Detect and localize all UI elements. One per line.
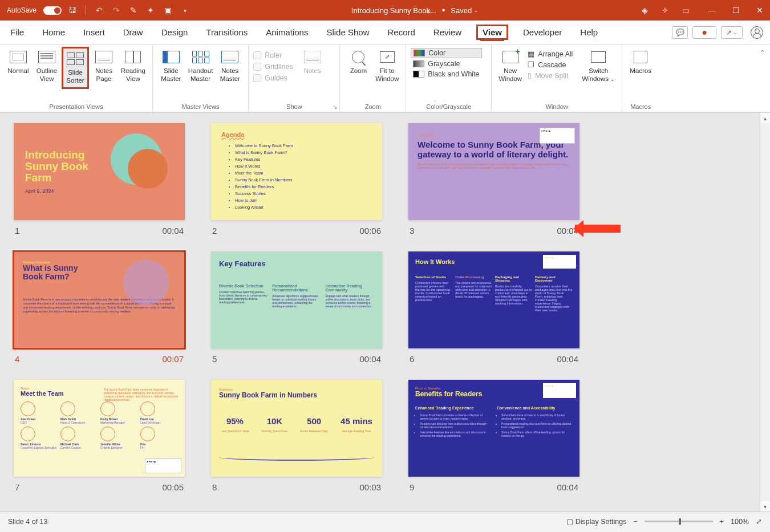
minimize-icon[interactable]: — [706, 5, 718, 16]
switch-windows-button[interactable]: Switch Windows ⌄ [579, 47, 617, 86]
tab-file[interactable]: File [7, 25, 27, 39]
save-status[interactable]: Saved ⌄ [451, 6, 479, 15]
color-button[interactable]: Color [411, 48, 481, 58]
undo-icon[interactable]: ↶ [93, 4, 106, 17]
notes-page-button[interactable]: Notes Page [90, 47, 117, 86]
gridlines-checkbox[interactable]: Gridlines [253, 62, 293, 72]
show-dialog-launcher-icon[interactable]: ↘ [333, 104, 337, 110]
tab-home[interactable]: Home [39, 25, 68, 39]
zoom-out-button[interactable]: − [633, 518, 637, 526]
guides-checkbox[interactable]: Guides [253, 73, 293, 83]
tab-record[interactable]: Record [384, 25, 418, 39]
tab-review[interactable]: Review [430, 25, 465, 39]
bw-button[interactable]: Black and White [411, 70, 481, 79]
slide-counter[interactable]: Slide 4 of 13 [8, 518, 48, 526]
present-icon[interactable]: ▣ [161, 4, 174, 17]
reading-icon [125, 51, 141, 63]
slide-thumbnail-5[interactable]: Key FeaturesDiverse Book SelectionCurate… [211, 251, 399, 364]
new-window-button[interactable]: New Window [496, 47, 524, 86]
save-icon[interactable]: 🖫 [66, 4, 79, 17]
slide-timing: 00:05 [162, 482, 184, 492]
slide-thumbnail-6[interactable]: ● Pro tipHow It WorksSelection of BooksC… [408, 251, 597, 364]
slide-thumbnail-7[interactable]: TeamMeet the TeamThe Sunny Book Farm tea… [14, 380, 202, 492]
maximize-icon[interactable]: ☐ [730, 5, 741, 16]
outline-view-button[interactable]: Outline View [33, 47, 60, 86]
scroll-up-icon[interactable]: ▴ [760, 113, 770, 123]
handout-master-button[interactable]: Handout Master [186, 47, 215, 86]
slide-number: 8 [212, 482, 217, 492]
fit-window-button[interactable]: ⤢ Fit to Window [373, 47, 401, 86]
camera-button[interactable]: ● [692, 26, 716, 39]
slide-number: 3 [410, 226, 414, 235]
slide-thumbnail-8[interactable]: StatisticsSunny Book Farm in Numbers95%U… [211, 380, 399, 492]
normal-view-button[interactable]: Normal [5, 47, 32, 78]
tab-help[interactable]: Help [577, 25, 601, 39]
collapse-ribbon-icon[interactable]: ⌃ [757, 48, 767, 57]
slide-sorter-pane[interactable]: Introducing Sunny BookFarmApril 9, 2024 … [0, 113, 770, 511]
slide-sorter-button[interactable]: Slide Sorter [62, 47, 89, 89]
share-button[interactable]: ↗⌄ [721, 26, 743, 39]
ribbon-tabs: File Home Insert Draw Design Transitions… [0, 21, 770, 44]
slide-number: 2 [212, 226, 217, 235]
slide-meta: 1 00:04 [14, 220, 185, 235]
notes-master-button[interactable]: Notes Master [216, 47, 244, 86]
tab-design[interactable]: Design [158, 25, 192, 39]
slide-master-button[interactable]: Slide Master [157, 47, 185, 86]
slide-thumbnail-4[interactable]: Product OverviewWhat is SunnyBook Farm?S… [14, 251, 202, 364]
tab-draw[interactable]: Draw [120, 25, 147, 39]
slide-thumb[interactable]: StatisticsSunny Book Farm in Numbers95%U… [211, 380, 382, 477]
reading-view-button[interactable]: Reading View [119, 47, 148, 86]
scroll-down-icon[interactable]: ▾ [760, 501, 770, 511]
slide-timing: 00:04 [359, 354, 381, 364]
slide-thumb[interactable]: ● Pro tipIntroductionWelcome to Sunny Bo… [408, 123, 579, 220]
quick-access-icon[interactable]: ✦ [144, 4, 157, 17]
slide-thumb[interactable]: ● Pro tipHow It WorksSelection of BooksC… [408, 251, 579, 348]
tab-transitions[interactable]: Transitions [202, 25, 251, 39]
tab-developer[interactable]: Developer [520, 25, 565, 39]
touch-mode-icon[interactable]: ✎ [127, 4, 140, 17]
tab-view[interactable]: View [476, 25, 508, 40]
tab-insert[interactable]: Insert [80, 25, 108, 39]
arrange-all-button[interactable]: ▦Arrange All [525, 49, 575, 59]
account-icon[interactable] [751, 26, 763, 39]
comments-button[interactable]: 💬 [672, 26, 688, 39]
slide-thumb[interactable]: Product OverviewWhat is SunnyBook Farm?S… [14, 251, 185, 348]
slide-thumbnail-9[interactable]: ● Pro tipProduct BenefitsBenefits for Re… [408, 380, 597, 492]
slide-number: 6 [410, 354, 414, 364]
slide-thumbnail-2[interactable]: AgendaWelcome to Sunny Book FarmWhat is … [211, 123, 399, 235]
zoom-slider[interactable] [645, 521, 713, 522]
grayscale-button[interactable]: Grayscale [411, 59, 481, 68]
group-macros: Macros Macros [622, 44, 659, 112]
display-icon: ▢ [566, 517, 573, 526]
search-icon[interactable]: ⌕ [422, 4, 435, 17]
group-presentation-views: Normal Outline View Slide Sorter Notes P… [0, 44, 153, 112]
diamond-icon[interactable]: ◈ [639, 5, 650, 16]
macros-button[interactable]: Macros [627, 47, 654, 78]
slide-thumb[interactable]: AgendaWelcome to Sunny Book FarmWhat is … [211, 123, 382, 220]
customize-qat-icon[interactable]: ▾ [179, 4, 191, 17]
designer-icon[interactable]: ✧ [659, 5, 671, 16]
zoom-button[interactable]: Zoom [345, 47, 372, 78]
slide-thumbnail-1[interactable]: Introducing Sunny BookFarmApril 9, 2024 … [14, 123, 202, 235]
ruler-checkbox[interactable]: Ruler [253, 50, 293, 60]
zoom-in-button[interactable]: + [720, 518, 724, 526]
vertical-scrollbar[interactable]: ▴ ▾ [760, 113, 770, 511]
tab-animations[interactable]: Animations [262, 25, 311, 39]
slide-thumb[interactable]: Introducing Sunny BookFarmApril 9, 2024 [14, 123, 185, 220]
zoom-level[interactable]: 100% [731, 518, 749, 526]
fit-to-window-icon[interactable]: ⤢ [756, 517, 762, 526]
slide-thumb[interactable]: Key FeaturesDiverse Book SelectionCurate… [211, 251, 382, 348]
ribbon-display-icon[interactable]: ▭ [680, 5, 691, 16]
group-show: Ruler Gridlines Guides Notes Show ↘ [249, 44, 340, 112]
title-bar: AutoSave 🖫 ↶ ↷ ✎ ✦ ▣ ▾ Introducing Sunny… [0, 0, 770, 21]
tab-slideshow[interactable]: Slide Show [323, 25, 372, 39]
redo-icon[interactable]: ↷ [110, 4, 123, 17]
slide-thumb[interactable]: ● Pro tipProduct BenefitsBenefits for Re… [408, 380, 579, 477]
slide-thumb[interactable]: TeamMeet the TeamThe Sunny Book Farm tea… [14, 380, 185, 477]
cascade-button[interactable]: ❐Cascade [525, 60, 575, 70]
close-icon[interactable]: ✕ [754, 5, 765, 16]
slide-timing: 00:04 [162, 226, 184, 235]
slide-thumbnail-3[interactable]: ● Pro tipIntroductionWelcome to Sunny Bo… [408, 123, 597, 235]
display-settings-button[interactable]: ▢Display Settings [566, 517, 627, 526]
autosave-toggle[interactable] [43, 6, 62, 15]
